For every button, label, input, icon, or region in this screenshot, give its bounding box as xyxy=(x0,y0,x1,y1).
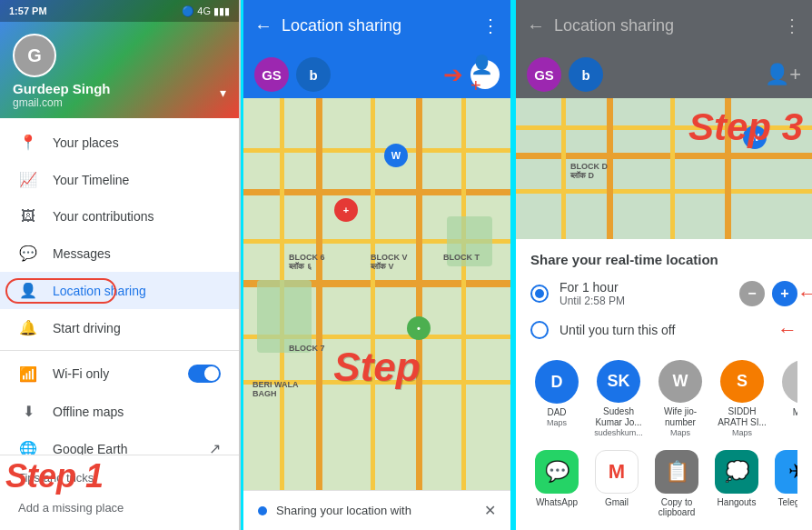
siddh-name: SIDDH ARATH SI... xyxy=(716,406,768,428)
messages-icon: 💬 xyxy=(18,245,38,262)
sidebar-item-wifi-only[interactable]: 📶 Wi-Fi only xyxy=(0,355,239,393)
radio-unselected-icon xyxy=(530,321,549,339)
one-hour-text: For 1 hour Until 2:58 PM xyxy=(559,280,739,307)
app-copy-clipboard[interactable]: 📋 Copy to clipboard xyxy=(650,450,703,517)
sidebar-item-label: Your Timeline xyxy=(53,173,221,187)
sidebar-item-start-driving[interactable]: 🔔 Start driving xyxy=(0,309,239,346)
location-marker: • xyxy=(407,316,431,340)
contact-dad[interactable]: D DAD Maps xyxy=(530,360,583,437)
more-name: Maps xyxy=(793,407,797,418)
sidebar-item-label: Location sharing xyxy=(53,284,221,298)
arrow-until-off-icon: ← xyxy=(777,318,797,342)
offline-maps-icon: ⬇ xyxy=(18,403,38,420)
sharing-footer-text: Sharing your location with xyxy=(276,504,484,517)
sidebar-item-label: Start driving xyxy=(53,321,221,335)
app-bar-title-2: Location sharing xyxy=(554,16,774,35)
back-button-2[interactable]: ← xyxy=(527,15,545,36)
mini-work-marker: W xyxy=(743,125,767,149)
siddh-sub: Maps xyxy=(732,428,752,437)
sidebar-panel: 1:57 PM 🔵 4G ▮▮▮ G Gurdeep Singh gmail.c… xyxy=(0,0,241,530)
sidebar-item-label: Offline maps xyxy=(53,405,221,419)
more-options-icon-2[interactable]: ⋮ xyxy=(783,15,801,36)
sidebar-item-label: Wi-Fi only xyxy=(53,366,188,381)
contact-more[interactable]: → Maps xyxy=(777,360,797,437)
contact-sudesh[interactable]: SK Sudesh Kumar Jo... sudeshkum... xyxy=(592,360,645,437)
mini-map: BLOCK Dब्लॉक D W Step 3 xyxy=(516,98,812,239)
radio-selected-icon xyxy=(530,285,549,303)
dad-avatar: D xyxy=(535,360,579,404)
sidebar-item-label: Messages xyxy=(53,246,221,261)
sharing-toolbar-2: GS b 👤+ xyxy=(516,51,812,98)
sidebar-item-label: Google Earth xyxy=(53,442,209,455)
hangouts-icon: 💭 xyxy=(715,450,758,494)
until-off-label: Until you turn this off xyxy=(559,323,774,337)
add-missing-link[interactable]: Add a missing place xyxy=(0,493,239,523)
add-contact-button-2[interactable]: 👤+ xyxy=(765,63,801,86)
wife-name: Wife jio-number xyxy=(654,406,707,428)
wife-sub: Maps xyxy=(670,428,690,437)
block-label-t: BLOCK T xyxy=(443,253,480,262)
sidebar-item-your-timeline[interactable]: 📈 Your Timeline xyxy=(0,161,239,198)
sidebar-item-location-sharing[interactable]: 👤 Location sharing ➔ xyxy=(0,272,239,309)
sudesh-name: Sudesh Kumar Jo... xyxy=(592,406,645,428)
app-gmail[interactable]: M Gmail xyxy=(590,450,643,517)
work-marker: W xyxy=(384,144,408,167)
share-panel: Share your real-time location For 1 hour… xyxy=(516,239,812,530)
status-icons: 🔵 4G ▮▮▮ xyxy=(182,5,230,17)
map-area[interactable]: BLOCK 6ब्लॉक ६ BLOCK Vब्लॉक V BLOCK T BL… xyxy=(243,98,510,490)
contact-avatar-2: b xyxy=(296,57,331,92)
one-hour-sublabel: Until 2:58 PM xyxy=(559,295,739,307)
sidebar-item-your-places[interactable]: 📍 Your places xyxy=(0,124,239,161)
clipboard-icon: 📋 xyxy=(655,450,698,494)
wife-avatar: W xyxy=(659,360,702,403)
gmail-icon: M xyxy=(595,450,639,494)
telegram-icon: ✈ xyxy=(775,450,797,494)
sidebar-item-your-contributions[interactable]: 🖼 Your contributions xyxy=(0,198,239,235)
contact-avatar-3: GS xyxy=(527,57,561,92)
wifi-toggle[interactable] xyxy=(188,365,221,383)
telegram-label: Telegram xyxy=(777,497,797,507)
contact-siddh[interactable]: S SIDDH ARATH SI... Maps xyxy=(716,360,768,437)
contacts-row: D DAD Maps SK Sudesh Kumar Jo... sudeshk… xyxy=(530,360,797,437)
close-sharing-button[interactable]: ✕ xyxy=(484,502,496,519)
contact-wife[interactable]: W Wife jio-number Maps xyxy=(654,360,707,437)
location-sharing-panel: ← Location sharing ⋮ GS b ➔ 👤+ BLOCK 6ब् xyxy=(241,0,513,530)
user-email: gmail.com xyxy=(13,96,226,109)
gmail-label: Gmail xyxy=(605,497,629,507)
location-sharing-icon: 👤 xyxy=(18,282,38,299)
wifi-icon: 📶 xyxy=(18,365,38,383)
add-contact-button[interactable]: 👤+ xyxy=(470,60,500,89)
whatsapp-icon: 💬 xyxy=(535,450,579,494)
app-whatsapp[interactable]: 💬 WhatsApp xyxy=(530,450,583,517)
hour-controls: − + xyxy=(739,281,797,306)
timeline-icon: 📈 xyxy=(18,171,38,188)
contact-avatar-4: b xyxy=(569,57,603,92)
more-options-icon[interactable]: ⋮ xyxy=(481,15,500,36)
sidebar-item-messages[interactable]: 💬 Messages xyxy=(0,235,239,272)
dropdown-arrow-icon[interactable]: ▾ xyxy=(220,85,226,100)
sidebar-item-offline-maps[interactable]: ⬇ Offline maps xyxy=(0,393,239,430)
clipboard-label: Copy to clipboard xyxy=(650,497,703,517)
sharing-dot xyxy=(258,506,267,515)
app-telegram[interactable]: ✈ Telegram xyxy=(770,450,797,517)
tips-link[interactable]: Tips and tricks xyxy=(0,463,239,493)
menu-list: 📍 Your places 📈 Your Timeline 🖼 Your con… xyxy=(0,118,239,455)
user-name: Gurdeep Singh xyxy=(13,81,226,96)
decrease-button[interactable]: − xyxy=(739,281,765,306)
block-label-7: BLOCK 7 xyxy=(289,344,325,353)
app-bar: ← Location sharing ⋮ xyxy=(243,0,510,51)
share-options-panel: ← Location sharing ⋮ GS b 👤+ BLOCK Dब्लॉ… xyxy=(513,0,812,530)
apps-row: 💬 WhatsApp M Gmail 📋 Copy to clipboard 💭… xyxy=(530,450,797,517)
sudesh-avatar: SK xyxy=(597,360,640,403)
sidebar-item-google-earth[interactable]: 🌐 Google Earth ↗ xyxy=(0,430,239,455)
option-one-hour[interactable]: For 1 hour Until 2:58 PM − + ← xyxy=(530,280,797,307)
increase-button[interactable]: + xyxy=(772,281,797,306)
back-button[interactable]: ← xyxy=(254,15,272,36)
option-until-off[interactable]: Until you turn this off ← xyxy=(530,318,797,342)
status-bar: 1:57 PM 🔵 4G ▮▮▮ xyxy=(0,0,239,22)
block-label-v: BLOCK Vब्लॉक V xyxy=(371,253,408,272)
hangouts-label: Hangouts xyxy=(718,497,757,507)
sharing-footer: Sharing your location with ✕ xyxy=(243,490,510,530)
mini-block-label: BLOCK Dब्लॉक D xyxy=(570,162,608,181)
app-hangouts[interactable]: 💭 Hangouts xyxy=(710,450,763,517)
